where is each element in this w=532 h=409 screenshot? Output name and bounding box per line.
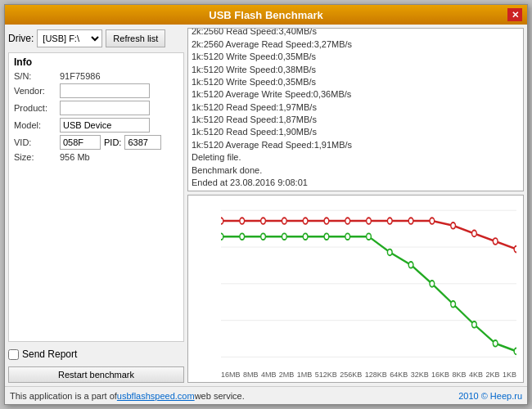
x-axis-label: 128KB <box>365 371 387 379</box>
sn-value: 91F75986 <box>60 71 101 81</box>
model-row: Model: <box>14 118 178 133</box>
main-content: Drive: [USB] F:\ Refresh list Info S/N: … <box>5 25 527 386</box>
model-input[interactable] <box>60 118 150 133</box>
svg-point-32 <box>387 218 392 224</box>
svg-point-34 <box>430 218 435 224</box>
log-box[interactable]: 2k:2560 Write Speed:0,67MB/s2k:2560 Writ… <box>187 28 524 191</box>
x-axis-label: 1MB <box>297 371 313 379</box>
svg-point-14 <box>324 233 329 240</box>
size-row: Size: 956 Mb <box>14 152 178 162</box>
x-axis-label: 8MB <box>243 371 259 379</box>
left-panel: Drive: [USB] F:\ Refresh list Info S/N: … <box>8 28 184 383</box>
log-line: 1k:5120 Write Speed:0,38MB/s <box>192 64 520 76</box>
svg-point-36 <box>472 231 477 237</box>
refresh-button[interactable]: Refresh list <box>106 29 165 47</box>
send-report-row: Send Report <box>8 348 184 360</box>
svg-point-17 <box>387 249 392 256</box>
svg-point-31 <box>367 218 372 224</box>
size-value: 956 Mb <box>60 152 90 162</box>
sn-row: S/N: 91F75986 <box>14 71 178 81</box>
window-title: USB Flash Benchmark <box>25 9 507 21</box>
model-label: Model: <box>14 120 56 130</box>
footer-right: 2010 © Heep.ru <box>458 391 522 401</box>
log-line: Ended at 23.08.2016 9:08:01 <box>192 177 520 189</box>
log-line: 1k:5120 Read Speed:1,97MB/s <box>192 101 520 114</box>
x-axis-label: 1KB <box>503 371 516 379</box>
log-line: Deleting file. <box>192 151 520 164</box>
log-line: 1k:5120 Read Speed:1,90MB/s <box>192 126 520 138</box>
x-axis-label: 512KB <box>315 371 337 379</box>
x-axis-label: 8KB <box>453 371 467 379</box>
svg-point-38 <box>514 246 516 253</box>
svg-point-33 <box>408 218 413 224</box>
svg-point-21 <box>472 321 477 328</box>
restart-button[interactable]: Restart benchmark <box>8 366 184 383</box>
x-axis-label: 16MB <box>221 371 241 379</box>
svg-point-20 <box>451 301 456 308</box>
performance-chart: 16MB/s 12MB/s 8MB/s 4MB/s <box>221 202 516 359</box>
svg-point-26 <box>261 218 266 224</box>
footer-link[interactable]: usbflashspeed.com <box>117 391 195 401</box>
svg-point-28 <box>303 218 308 224</box>
product-input[interactable] <box>60 101 150 115</box>
svg-point-27 <box>282 218 287 224</box>
svg-point-15 <box>345 233 350 240</box>
x-axis-label: 4MB <box>261 371 277 379</box>
log-line: 1k:5120 Read Speed:1,87MB/s <box>192 114 520 126</box>
svg-point-19 <box>430 281 435 287</box>
log-line: 1k:5120 Average Write Speed:0,36MB/s <box>192 88 520 101</box>
log-line: 2k:2560 Average Read Speed:3,27MB/s <box>192 38 520 51</box>
title-bar: USB Flash Benchmark ✕ <box>5 5 527 25</box>
x-axis-label: 64KB <box>390 371 408 379</box>
send-report-label: Send Report <box>22 348 77 360</box>
svg-point-30 <box>345 218 350 224</box>
svg-point-18 <box>408 262 413 268</box>
svg-point-13 <box>303 233 308 240</box>
svg-point-37 <box>493 238 498 245</box>
pid-label: PID: <box>104 137 121 147</box>
close-button[interactable]: ✕ <box>507 8 522 21</box>
drive-select[interactable]: [USB] F:\ <box>37 29 102 47</box>
x-axis-label: 16KB <box>431 371 449 379</box>
log-line: 1k:5120 Average Read Speed:1,91MB/s <box>192 139 520 151</box>
x-axis-label: 4KB <box>469 371 483 379</box>
footer-text: This application is a part of <box>10 391 117 401</box>
main-window: USB Flash Benchmark ✕ Drive: [USB] F:\ R… <box>4 4 528 405</box>
svg-point-35 <box>451 222 456 229</box>
info-box: Info S/N: 91F75986 Vendor: Product: Mode… <box>8 52 184 342</box>
log-line: 1k:5120 Write Speed:0,35MB/s <box>192 76 520 88</box>
drive-row: Drive: [USB] F:\ Refresh list <box>8 28 184 49</box>
vendor-row: Vendor: <box>14 83 178 98</box>
pid-input[interactable] <box>124 135 161 150</box>
svg-point-11 <box>261 233 266 240</box>
drive-label: Drive: <box>8 33 34 44</box>
footer: This application is a part of usbflashsp… <box>5 386 527 404</box>
product-row: Product: <box>14 101 178 115</box>
vid-row: VID: PID: <box>14 135 178 150</box>
chart-area: 16MB/s 12MB/s 8MB/s 4MB/s <box>187 195 524 383</box>
x-axis-label: 2KB <box>485 371 499 379</box>
x-axis-label: 2MB <box>279 371 295 379</box>
svg-point-29 <box>324 218 329 224</box>
sn-label: S/N: <box>14 71 56 81</box>
footer-suffix: web service. <box>195 391 245 401</box>
info-title: Info <box>14 56 178 68</box>
vid-input[interactable] <box>60 135 101 150</box>
svg-point-24 <box>221 218 223 224</box>
send-report-checkbox[interactable] <box>8 349 19 360</box>
vid-label: VID: <box>14 137 56 147</box>
svg-point-10 <box>240 233 245 240</box>
product-label: Product: <box>14 103 56 113</box>
log-line: Benchmark done. <box>192 164 520 177</box>
svg-point-12 <box>282 233 287 240</box>
svg-point-23 <box>514 348 516 355</box>
vendor-input[interactable] <box>60 83 150 98</box>
x-axis-label: 32KB <box>411 371 429 379</box>
svg-point-16 <box>367 233 372 240</box>
vendor-label: Vendor: <box>14 86 56 96</box>
x-axis-label: 256KB <box>340 371 362 379</box>
log-line: 1k:5120 Write Speed:0,35MB/s <box>192 51 520 63</box>
svg-point-22 <box>493 340 498 347</box>
svg-point-9 <box>221 233 223 240</box>
size-label: Size: <box>14 152 56 162</box>
